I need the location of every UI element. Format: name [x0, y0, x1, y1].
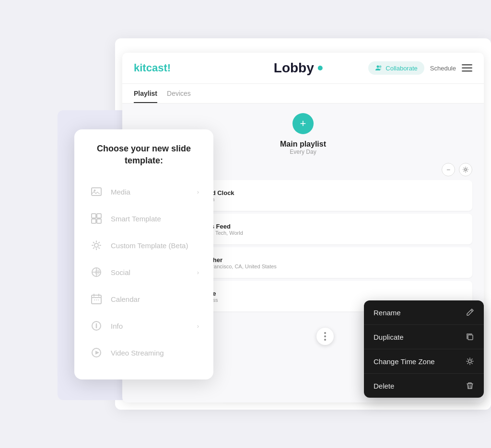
modal-title: Choose your new slide template: — [84, 143, 204, 167]
svg-rect-2 — [462, 64, 472, 66]
gear-icon — [466, 357, 474, 366]
pencil-icon — [466, 308, 474, 317]
news-item-info: News Feed Latest, Tech, World — [198, 223, 467, 236]
hamburger-icon — [462, 64, 472, 72]
context-duplicate[interactable]: Duplicate — [364, 325, 484, 349]
clock-item-sub: Boston — [198, 196, 467, 202]
users-icon — [375, 64, 383, 72]
clock-item-info: World Clock Boston — [198, 189, 467, 202]
context-menu: Rename Duplicate Change Time Zone Delete — [364, 300, 484, 398]
three-dot-button[interactable] — [316, 328, 334, 345]
app-header: kitcast! Lobby Collaborate Schedule — [122, 53, 484, 84]
svg-point-37 — [96, 299, 97, 300]
settings-button[interactable] — [459, 163, 472, 176]
copy-icon — [466, 333, 474, 341]
news-item-name: News Feed — [198, 223, 467, 230]
duplicate-label: Duplicate — [374, 333, 404, 341]
svg-point-1 — [379, 66, 382, 68]
template-custom-label: Custom Template (Beta) — [111, 241, 199, 250]
clock-item-name: World Clock — [198, 189, 467, 196]
svg-point-0 — [377, 66, 379, 68]
template-item-media[interactable]: Media › — [84, 178, 204, 205]
quote-item-name: Quote — [198, 290, 467, 297]
template-media-label: Media — [111, 188, 190, 196]
schedule-button[interactable]: Schedule — [430, 65, 456, 72]
timezone-label: Change Time Zone — [374, 357, 435, 366]
info-arrow: › — [197, 322, 199, 330]
lobby-title-text: Lobby — [274, 60, 314, 76]
svg-rect-3 — [462, 68, 472, 69]
trash-icon — [466, 381, 474, 390]
template-item-custom[interactable]: Custom Template (Beta) — [84, 232, 204, 259]
template-info-label: Info — [111, 322, 190, 330]
delete-label: Delete — [374, 382, 394, 390]
settings-icon — [462, 166, 469, 173]
svg-rect-30 — [92, 219, 96, 223]
svg-point-27 — [94, 190, 96, 192]
template-item-smart[interactable]: Smart Template — [84, 205, 204, 232]
template-item-calendar[interactable]: Calendar — [84, 286, 204, 312]
weather-item-name: Weather — [198, 256, 467, 264]
svg-point-43 — [468, 360, 471, 363]
svg-rect-31 — [97, 219, 101, 223]
lobby-status-dot — [318, 66, 323, 70]
svg-text:@: @ — [95, 269, 100, 275]
lobby-title-group: Lobby — [274, 60, 323, 76]
social-arrow: › — [197, 269, 199, 276]
weather-item-info: Weather San Francisco, CA, United States — [198, 256, 467, 269]
svg-point-32 — [94, 243, 98, 247]
smart-template-icon — [89, 211, 104, 226]
custom-template-icon — [89, 238, 104, 253]
template-item-video[interactable]: Video Streaming — [84, 339, 204, 366]
playlist-tabs: Playlist Devices — [122, 84, 484, 103]
svg-rect-26 — [92, 188, 101, 195]
social-icon: @ — [89, 264, 104, 280]
minus-button[interactable]: − — [442, 163, 455, 176]
template-smart-label: Smart Template — [111, 215, 199, 223]
video-icon — [89, 345, 104, 360]
weather-item-sub: San Francisco, CA, United States — [198, 264, 467, 269]
context-rename[interactable]: Rename — [364, 300, 484, 325]
header-actions: Collaborate Schedule — [368, 61, 472, 75]
app-logo: kitcast! — [134, 62, 171, 74]
tab-playlist[interactable]: Playlist — [134, 90, 157, 103]
context-delete[interactable]: Delete — [364, 374, 484, 398]
header-menu-button[interactable] — [462, 64, 472, 72]
svg-rect-29 — [97, 214, 101, 218]
tab-devices[interactable]: Devices — [167, 90, 191, 103]
info-icon — [89, 318, 104, 333]
template-modal: Choose your new slide template: Media › … — [74, 129, 213, 379]
media-arrow: › — [197, 188, 199, 195]
svg-point-36 — [94, 299, 95, 300]
media-icon — [89, 184, 104, 199]
template-item-info[interactable]: Info › — [84, 312, 204, 339]
svg-rect-42 — [468, 335, 473, 340]
context-timezone[interactable]: Change Time Zone — [364, 349, 484, 374]
calendar-icon — [89, 291, 104, 307]
svg-rect-4 — [462, 70, 472, 72]
svg-rect-28 — [92, 214, 96, 218]
svg-point-38 — [98, 299, 99, 300]
svg-marker-41 — [95, 351, 99, 355]
template-social-label: Social — [111, 268, 190, 276]
news-item-sub: Latest, Tech, World — [198, 230, 467, 236]
rename-label: Rename — [374, 309, 401, 317]
template-calendar-label: Calendar — [111, 295, 199, 303]
template-item-social[interactable]: @ Social › — [84, 259, 204, 286]
add-playlist-button[interactable]: + — [292, 113, 314, 134]
template-video-label: Video Streaming — [111, 349, 199, 357]
collaborate-button[interactable]: Collaborate — [368, 61, 424, 75]
svg-point-5 — [465, 169, 467, 171]
three-dot-icon — [324, 332, 326, 341]
